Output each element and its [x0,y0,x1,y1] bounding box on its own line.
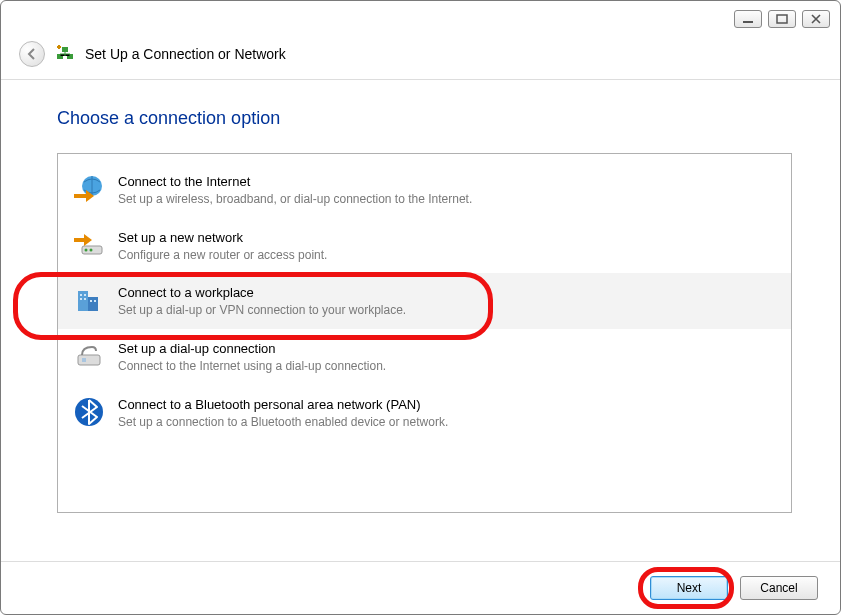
option-title: Set up a dial-up connection [118,341,777,358]
option-title: Connect to a Bluetooth personal area net… [118,397,777,414]
buildings-icon [72,283,106,317]
option-desc: Set up a dial-up or VPN connection to yo… [118,302,777,319]
titlebar [1,1,840,37]
wizard-header: Set Up a Connection or Network [1,37,840,80]
option-desc: Set up a connection to a Bluetooth enabl… [118,414,777,431]
router-arrow-icon [72,228,106,262]
svg-rect-10 [88,297,98,311]
option-connect-workplace[interactable]: Connect to a workplace Set up a dial-up … [58,273,791,329]
option-desc: Connect to the Internet using a dial-up … [118,358,777,375]
svg-rect-13 [80,298,82,300]
phone-modem-icon [72,339,106,373]
svg-rect-14 [84,298,86,300]
maximize-button[interactable] [768,10,796,28]
next-button[interactable]: Next [650,576,728,600]
svg-rect-9 [78,291,88,311]
close-button[interactable] [802,10,830,28]
svg-rect-1 [777,15,787,23]
page-heading: Choose a connection option [57,108,792,129]
wizard-title: Set Up a Connection or Network [85,46,286,62]
svg-rect-15 [90,300,92,302]
svg-rect-11 [80,294,82,296]
svg-rect-12 [84,294,86,296]
svg-point-7 [85,248,88,251]
option-title: Connect to the Internet [118,174,777,191]
option-title: Set up a new network [118,230,777,247]
svg-rect-18 [82,358,86,362]
svg-point-8 [90,248,93,251]
option-bluetooth-pan[interactable]: Connect to a Bluetooth personal area net… [58,385,791,441]
option-setup-network[interactable]: Set up a new network Configure a new rou… [58,218,791,274]
globe-arrow-icon [72,172,106,206]
option-title: Connect to a workplace [118,285,777,302]
cancel-button[interactable]: Cancel [740,576,818,600]
minimize-button[interactable] [734,10,762,28]
wizard-window: Set Up a Connection or Network Choose a … [0,0,841,615]
wizard-button-row: Next Cancel [1,561,840,614]
svg-rect-16 [94,300,96,302]
connection-options-list: Connect to the Internet Set up a wireles… [57,153,792,513]
option-dial-up[interactable]: Set up a dial-up connection Connect to t… [58,329,791,385]
svg-rect-0 [743,21,753,23]
bluetooth-icon [72,395,106,429]
wizard-content: Choose a connection option Connect to th… [1,80,840,561]
option-desc: Configure a new router or access point. [118,247,777,264]
network-wizard-icon [55,44,75,64]
back-button[interactable] [19,41,45,67]
option-connect-internet[interactable]: Connect to the Internet Set up a wireles… [58,162,791,218]
option-desc: Set up a wireless, broadband, or dial-up… [118,191,777,208]
svg-rect-4 [62,47,68,52]
svg-rect-17 [78,355,100,365]
